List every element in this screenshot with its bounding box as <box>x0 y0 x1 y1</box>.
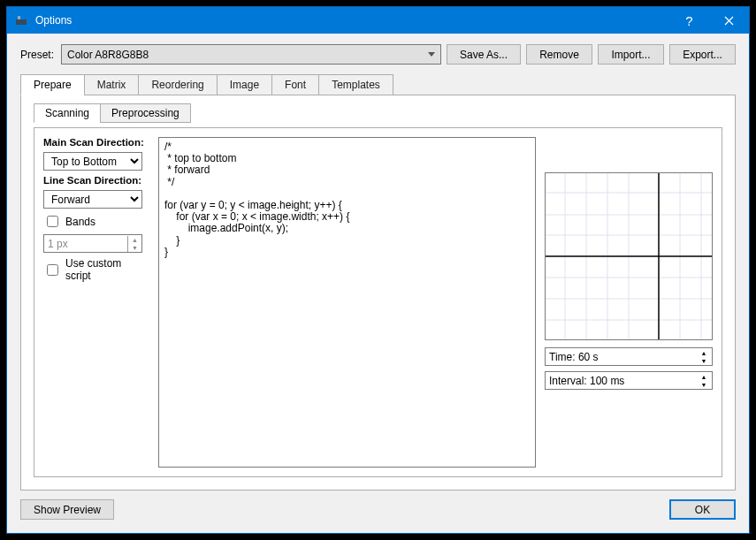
interval-spin[interactable]: Interval: 100 ms ▲▼ <box>545 371 713 390</box>
window-title: Options <box>35 14 669 27</box>
bands-checkbox-row[interactable]: Bands <box>43 213 149 230</box>
tab-body: Scanning Preprocessing Main Scan Directi… <box>20 95 736 491</box>
time-value: Time: 60 s <box>549 351 698 363</box>
close-button[interactable] <box>709 7 749 34</box>
bands-label: Bands <box>65 216 95 228</box>
preview-grid <box>545 172 713 340</box>
main-tabs: Prepare Matrix Reordering Image Font Tem… <box>20 73 736 95</box>
scanning-controls: Main Scan Direction: Top to Bottom Line … <box>43 137 149 468</box>
subtab-scanning[interactable]: Scanning <box>34 103 101 123</box>
options-dialog: Options ? Preset: Color A8R8G8B8 Save As… <box>6 6 750 534</box>
tab-templates[interactable]: Templates <box>318 74 393 95</box>
subtab-preprocessing[interactable]: Preprocessing <box>100 103 191 123</box>
preset-combo[interactable]: Color A8R8G8B8 <box>61 44 441 65</box>
preview-column: Time: 60 s ▲▼ Interval: 100 ms ▲▼ <box>545 137 713 468</box>
custom-script-label: Use custom script <box>65 257 149 282</box>
tab-image[interactable]: Image <box>217 74 272 95</box>
custom-script-checkbox[interactable] <box>47 264 58 276</box>
tab-prepare[interactable]: Prepare <box>20 74 85 95</box>
remove-button[interactable]: Remove <box>526 44 592 65</box>
bands-value: 1 px <box>48 238 127 250</box>
app-icon <box>14 13 28 27</box>
preset-label: Preset: <box>20 49 54 61</box>
spinner-arrows[interactable]: ▲▼ <box>698 349 710 365</box>
sub-tabs: Scanning Preprocessing <box>34 103 722 122</box>
help-button[interactable]: ? <box>669 7 709 34</box>
line-scan-select[interactable]: Forward <box>43 190 142 209</box>
save-as-button[interactable]: Save As... <box>447 44 521 65</box>
tab-reordering[interactable]: Reordering <box>138 74 217 95</box>
svg-rect-0 <box>16 19 27 25</box>
spinner-arrows: ▲▼ <box>127 236 141 252</box>
main-scan-label: Main Scan Direction: <box>43 137 149 148</box>
custom-script-checkbox-row[interactable]: Use custom script <box>43 257 149 282</box>
footer-row: Show Preview OK <box>20 499 736 520</box>
bands-checkbox[interactable] <box>47 216 58 227</box>
ok-button[interactable]: OK <box>669 499 736 520</box>
spinner-arrows[interactable]: ▲▼ <box>698 373 710 389</box>
titlebar: Options ? <box>7 7 749 34</box>
import-button[interactable]: Import... <box>598 44 664 65</box>
tab-font[interactable]: Font <box>271 74 319 95</box>
time-spin[interactable]: Time: 60 s ▲▼ <box>545 347 713 366</box>
chevron-down-icon <box>428 52 435 57</box>
scanning-panel: Main Scan Direction: Top to Bottom Line … <box>34 127 722 477</box>
line-scan-label: Line Scan Direction: <box>43 175 149 186</box>
show-preview-button[interactable]: Show Preview <box>20 499 114 520</box>
interval-value: Interval: 100 ms <box>549 375 698 387</box>
export-button[interactable]: Export... <box>669 44 736 65</box>
main-scan-select[interactable]: Top to Bottom <box>43 152 142 171</box>
preset-row: Preset: Color A8R8G8B8 Save As... Remove… <box>20 44 736 65</box>
preset-value: Color A8R8G8B8 <box>67 49 428 61</box>
bands-size-spin: 1 px ▲▼ <box>43 234 142 253</box>
client-area: Preset: Color A8R8G8B8 Save As... Remove… <box>7 34 749 533</box>
script-code[interactable]: /* * top to bottom * forward */ for (var… <box>158 137 536 468</box>
tab-matrix[interactable]: Matrix <box>84 74 140 95</box>
svg-rect-1 <box>18 16 20 19</box>
